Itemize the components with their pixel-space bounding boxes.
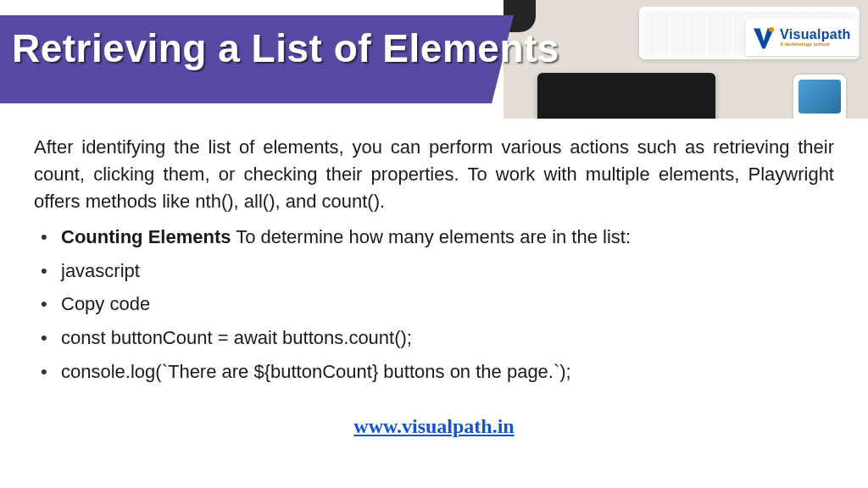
svg-point-0 [769,27,774,32]
intro-paragraph: After identifying the list of elements, … [34,134,834,215]
footer-url-link[interactable]: www.visualpath.in [353,415,514,437]
bullet-text: Copy code [61,293,150,314]
bullet-lead: Counting Elements [61,226,231,247]
list-item: Counting Elements To determine how many … [41,224,834,251]
bullet-text: const buttonCount = await buttons.count(… [61,327,412,348]
slide: Retrieving a List of Elements Visualpath… [0,0,868,488]
footer: www.visualpath.in [0,415,868,438]
logo-name: Visualpath [780,28,851,42]
brand-logo: Visualpath A technology school [746,19,858,56]
bullet-list: Counting Elements To determine how many … [34,224,834,385]
list-item: Copy code [41,291,834,318]
title-banner: Retrieving a List of Elements Visualpath… [0,0,868,119]
bullet-text: To determine how many elements are in th… [231,226,631,247]
list-item: console.log(`There are ${buttonCount} bu… [41,358,834,385]
list-item: const buttonCount = await buttons.count(… [41,324,834,352]
logo-mark-icon [751,25,776,50]
bullet-text: console.log(`There are ${buttonCount} bu… [61,361,571,382]
phone-icon [792,73,848,119]
slide-body: After identifying the list of elements, … [34,134,834,392]
bullet-text: javascript [61,260,140,281]
logo-tagline: A technology school [780,42,851,47]
tablet-icon [537,73,715,119]
slide-title: Retrieving a List of Elements [12,25,559,71]
list-item: javascript [41,258,834,285]
